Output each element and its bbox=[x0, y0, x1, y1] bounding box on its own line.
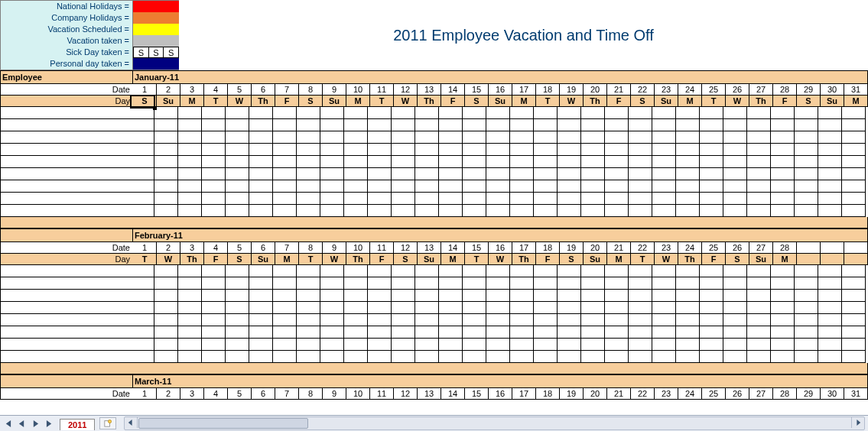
employee-name-cell[interactable] bbox=[0, 277, 131, 290]
tab-nav-prev[interactable] bbox=[15, 417, 28, 429]
day-cell[interactable] bbox=[392, 193, 415, 205]
day-cell[interactable] bbox=[771, 326, 795, 339]
day-cell[interactable] bbox=[581, 351, 605, 363]
day-cell[interactable] bbox=[700, 277, 723, 290]
day-cell[interactable] bbox=[463, 168, 486, 180]
day-cell[interactable] bbox=[581, 168, 605, 180]
day-cell[interactable] bbox=[605, 131, 629, 144]
day-cell[interactable] bbox=[842, 277, 866, 290]
day-cell[interactable] bbox=[415, 339, 439, 351]
day-cell[interactable] bbox=[558, 193, 581, 205]
day-cell[interactable] bbox=[439, 119, 463, 131]
day-cell[interactable] bbox=[510, 302, 534, 314]
day-cell[interactable] bbox=[320, 302, 344, 314]
day-cell[interactable] bbox=[510, 339, 534, 351]
employee-row[interactable] bbox=[0, 180, 868, 193]
date-cell[interactable]: 13 bbox=[418, 242, 441, 254]
day-cell[interactable] bbox=[605, 156, 629, 168]
day-cell[interactable] bbox=[249, 290, 273, 302]
day-cell[interactable] bbox=[392, 168, 415, 180]
day-cell[interactable] bbox=[795, 277, 818, 290]
weekday-cell[interactable] bbox=[844, 254, 868, 265]
day-cell[interactable] bbox=[131, 156, 154, 168]
weekday-cell[interactable]: F bbox=[607, 96, 631, 107]
day-cell[interactable] bbox=[392, 131, 415, 144]
date-cell[interactable]: 25 bbox=[702, 242, 726, 254]
day-cell[interactable] bbox=[581, 205, 605, 217]
day-cell[interactable] bbox=[486, 119, 510, 131]
date-cell[interactable]: 22 bbox=[631, 242, 655, 254]
date-cell[interactable] bbox=[797, 242, 821, 254]
day-cell[interactable] bbox=[605, 119, 629, 131]
day-cell[interactable] bbox=[297, 339, 320, 351]
day-cell[interactable] bbox=[320, 119, 344, 131]
day-cell[interactable] bbox=[771, 180, 795, 193]
day-cell[interactable] bbox=[795, 290, 818, 302]
day-cell[interactable] bbox=[368, 314, 392, 326]
day-cell[interactable] bbox=[249, 339, 273, 351]
day-cell[interactable] bbox=[771, 168, 795, 180]
day-cell[interactable] bbox=[249, 193, 273, 205]
day-cell[interactable] bbox=[723, 339, 747, 351]
day-cell[interactable] bbox=[297, 265, 320, 277]
day-cell[interactable] bbox=[178, 265, 202, 277]
day-cell[interactable] bbox=[392, 290, 415, 302]
day-cell[interactable] bbox=[202, 193, 226, 205]
day-cell[interactable] bbox=[652, 265, 676, 277]
day-cell[interactable] bbox=[795, 193, 818, 205]
day-cell[interactable] bbox=[652, 277, 676, 290]
day-cell[interactable] bbox=[510, 131, 534, 144]
day-cell[interactable] bbox=[581, 326, 605, 339]
day-cell[interactable] bbox=[249, 144, 273, 156]
day-cell[interactable] bbox=[154, 302, 178, 314]
day-cell[interactable] bbox=[676, 290, 700, 302]
weekday-cell[interactable]: F bbox=[773, 96, 797, 107]
day-cell[interactable] bbox=[700, 144, 723, 156]
day-cell[interactable] bbox=[368, 265, 392, 277]
weekday-cell[interactable]: M bbox=[346, 96, 370, 107]
date-cell[interactable]: 5 bbox=[228, 242, 252, 254]
date-cell[interactable]: 24 bbox=[678, 388, 702, 400]
date-cell[interactable]: 4 bbox=[204, 388, 228, 400]
day-cell[interactable] bbox=[368, 193, 392, 205]
day-cell[interactable] bbox=[273, 302, 297, 314]
day-cell[interactable] bbox=[818, 180, 842, 193]
day-cell[interactable] bbox=[297, 290, 320, 302]
date-cell[interactable]: 11 bbox=[370, 84, 394, 96]
day-cell[interactable] bbox=[131, 302, 154, 314]
day-cell[interactable] bbox=[771, 351, 795, 363]
weekday-cell[interactable]: S bbox=[133, 96, 157, 107]
day-cell[interactable] bbox=[320, 107, 344, 119]
day-cell[interactable] bbox=[629, 144, 652, 156]
day-cell[interactable] bbox=[463, 302, 486, 314]
employee-name-cell[interactable] bbox=[0, 144, 131, 156]
employee-row[interactable] bbox=[0, 205, 868, 217]
day-cell[interactable] bbox=[273, 277, 297, 290]
day-cell[interactable] bbox=[131, 314, 154, 326]
day-cell[interactable] bbox=[818, 265, 842, 277]
day-cell[interactable] bbox=[747, 205, 771, 217]
day-cell[interactable] bbox=[178, 119, 202, 131]
sheet-tab-active[interactable]: 2011 bbox=[60, 419, 95, 430]
day-cell[interactable] bbox=[344, 107, 368, 119]
day-cell[interactable] bbox=[723, 156, 747, 168]
day-cell[interactable] bbox=[439, 205, 463, 217]
day-cell[interactable] bbox=[510, 168, 534, 180]
weekday-cell[interactable]: Th bbox=[418, 96, 441, 107]
day-cell[interactable] bbox=[747, 339, 771, 351]
employee-name-cell[interactable] bbox=[0, 193, 131, 205]
date-cell[interactable]: 27 bbox=[749, 242, 773, 254]
day-cell[interactable] bbox=[652, 193, 676, 205]
day-cell[interactable] bbox=[605, 339, 629, 351]
day-cell[interactable] bbox=[605, 180, 629, 193]
day-cell[interactable] bbox=[463, 277, 486, 290]
day-cell[interactable] bbox=[178, 290, 202, 302]
day-cell[interactable] bbox=[558, 156, 581, 168]
day-cell[interactable] bbox=[629, 131, 652, 144]
day-cell[interactable] bbox=[486, 107, 510, 119]
day-cell[interactable] bbox=[344, 290, 368, 302]
date-cell[interactable]: 2 bbox=[157, 242, 180, 254]
employee-row[interactable] bbox=[0, 131, 868, 144]
date-cell[interactable]: 23 bbox=[655, 242, 678, 254]
day-cell[interactable] bbox=[558, 180, 581, 193]
